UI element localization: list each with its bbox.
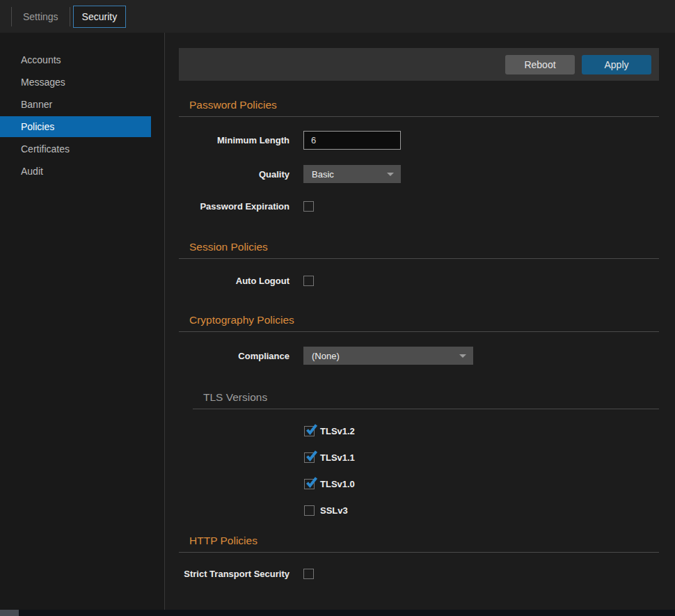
strict-transport-security-row: Strict Transport Security [179,569,659,579]
quality-dropdown[interactable]: Basic [303,165,401,183]
minimum-length-row: Minimum Length [179,131,659,150]
checkmark-icon [305,424,317,436]
sidebar-item-policies[interactable]: Policies [0,116,151,137]
sslv3-checkbox[interactable] [304,505,315,516]
compliance-row: Compliance (None) [179,347,659,365]
sidebar: Accounts Messages Banner Policies Certif… [0,33,165,616]
toolbar: Reboot Apply [179,48,659,81]
section-title-cryptography-policies: Cryptography Policies [189,314,659,326]
tls-option-row: TLSv1.1 [304,452,659,463]
quality-dropdown-value: Basic [312,169,334,180]
password-expiration-row: Password Expiration [179,201,659,212]
subsection-divider [193,409,659,409]
section-title-password-policies: Password Policies [189,99,659,111]
top-tab-bar: Settings Security [0,0,675,33]
tab-settings[interactable]: Settings [12,6,70,28]
tlsv1-2-label: TLSv1.2 [320,426,355,436]
quality-label: Quality [179,169,289,180]
auto-logout-label: Auto Logout [179,276,289,286]
compliance-dropdown[interactable]: (None) [303,347,473,365]
section-title-http-policies: HTTP Policies [189,535,659,547]
chevron-down-icon [459,354,466,358]
auto-logout-row: Auto Logout [179,276,659,286]
strict-transport-security-label: Strict Transport Security [179,569,289,579]
password-expiration-label: Password Expiration [179,201,289,212]
minimum-length-input[interactable] [303,131,401,150]
sidebar-item-accounts[interactable]: Accounts [0,49,164,70]
tab-security[interactable]: Security [73,6,127,28]
tlsv1-1-checkbox[interactable] [304,452,315,463]
horizontal-scrollbar[interactable] [0,610,675,616]
tlsv1-0-checkbox[interactable] [304,479,315,489]
sidebar-item-messages[interactable]: Messages [0,72,164,93]
section-divider [179,331,659,332]
section-divider [179,116,659,117]
content-panel: Reboot Apply Password Policies Minimum L… [165,33,675,616]
compliance-dropdown-value: (None) [312,351,340,361]
minimum-length-label: Minimum Length [179,135,289,145]
checkmark-icon [305,477,317,489]
section-divider [179,552,659,553]
password-expiration-checkbox[interactable] [303,201,314,212]
tls-option-row: TLSv1.2 [304,426,659,436]
auto-logout-checkbox[interactable] [303,276,314,286]
compliance-label: Compliance [179,351,289,361]
chevron-down-icon [387,173,394,176]
sidebar-item-audit[interactable]: Audit [0,161,164,182]
apply-button[interactable]: Apply [582,55,651,74]
sidebar-item-banner[interactable]: Banner [0,94,164,115]
tls-option-row: TLSv1.0 [304,479,659,489]
section-title-session-policies: Session Policies [189,241,659,253]
tlsv1-1-label: TLSv1.1 [320,452,355,463]
checkmark-icon [305,450,317,462]
tab-divider [70,7,70,26]
quality-row: Quality Basic [179,165,659,183]
scrollbar-thumb[interactable] [0,610,19,616]
section-divider [179,258,659,259]
tlsv1-2-checkbox[interactable] [304,426,315,436]
strict-transport-security-checkbox[interactable] [303,569,314,579]
main-area: Accounts Messages Banner Policies Certif… [0,33,675,616]
tlsv1-0-label: TLSv1.0 [320,479,355,489]
subsection-title-tls-versions: TLS Versions [203,391,659,404]
reboot-button[interactable]: Reboot [505,55,575,74]
sslv3-label: SSLv3 [320,505,348,516]
tls-option-row: SSLv3 [304,505,659,516]
sidebar-item-certificates[interactable]: Certificates [0,139,164,159]
